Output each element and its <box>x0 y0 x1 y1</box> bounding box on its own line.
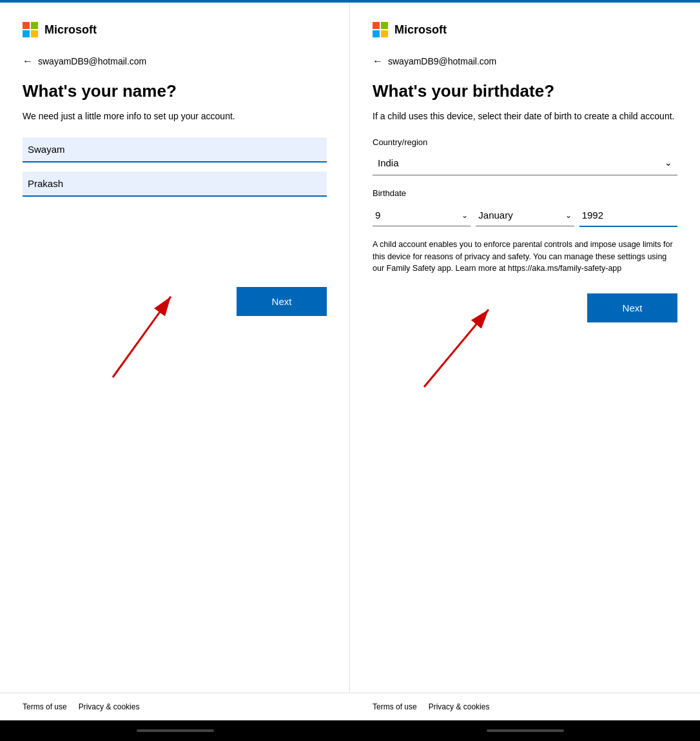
back-arrow-icon-right: ← <box>373 55 383 67</box>
ms-yellow-r <box>381 30 388 37</box>
ms-logo-left: Microsoft <box>23 22 327 37</box>
red-arrow-left <box>61 268 222 384</box>
terms-link-left[interactable]: Terms of use <box>23 702 67 711</box>
day-select[interactable]: 9 <box>373 204 471 226</box>
year-input-wrapper[interactable] <box>579 204 677 227</box>
ms-yellow <box>31 30 38 37</box>
ms-green <box>31 22 38 29</box>
ms-logo-text-left: Microsoft <box>44 23 97 37</box>
privacy-link-right[interactable]: Privacy & cookies <box>429 702 490 711</box>
svg-line-1 <box>113 297 171 377</box>
back-link-left[interactable]: ← swayamDB9@hotmail.com <box>23 55 327 67</box>
first-name-input[interactable] <box>23 137 327 163</box>
last-name-input[interactable] <box>23 172 327 197</box>
ms-grid-icon-right <box>373 22 388 37</box>
birthdate-title: What's your birthdate? <box>373 81 677 101</box>
name-subtitle: We need just a little more info to set u… <box>23 110 327 123</box>
next-button-left[interactable]: Next <box>237 287 327 316</box>
taskbar-indicator-left <box>137 729 214 732</box>
back-email-left: swayamDB9@hotmail.com <box>38 56 146 66</box>
day-dropdown[interactable]: 9 ⌄ <box>373 204 471 226</box>
red-arrow-right <box>385 297 514 393</box>
footer-left: Terms of use Privacy & cookies <box>0 693 350 720</box>
birthdate-panel: Microsoft ← swayamDB9@hotmail.com What's… <box>350 3 700 693</box>
ms-logo-right: Microsoft <box>373 22 677 37</box>
country-select[interactable]: India United States United Kingdom <box>373 151 677 175</box>
taskbar-indicator-right <box>487 729 564 732</box>
country-label: Country/region <box>373 137 677 147</box>
next-button-right[interactable]: Next <box>587 293 677 322</box>
name-panel: Microsoft ← swayamDB9@hotmail.com What's… <box>0 3 350 693</box>
taskbar-right <box>350 720 700 741</box>
birthdate-label: Birthdate <box>373 188 677 198</box>
svg-line-3 <box>424 310 489 387</box>
taskbar <box>0 720 700 741</box>
ms-logo-text-right: Microsoft <box>394 23 447 37</box>
back-arrow-icon-left: ← <box>23 55 33 67</box>
ms-red-r <box>373 22 380 29</box>
name-title: What's your name? <box>23 81 327 101</box>
ms-grid-icon-left <box>23 22 38 37</box>
ms-blue <box>23 30 30 37</box>
birthdate-subtitle: If a child uses this device, select thei… <box>373 110 677 123</box>
child-account-info: A child account enables you to enforce p… <box>373 239 677 275</box>
footer-right: Terms of use Privacy & cookies <box>350 693 700 720</box>
month-select[interactable]: January February March April May June Ju… <box>476 204 574 226</box>
year-input[interactable] <box>579 204 677 226</box>
birthdate-row: 9 ⌄ January February March April May Jun… <box>373 204 677 227</box>
arrow-area-left: Next <box>23 287 327 316</box>
back-email-right: swayamDB9@hotmail.com <box>388 56 496 66</box>
country-dropdown[interactable]: India United States United Kingdom ⌄ <box>373 151 677 175</box>
month-dropdown[interactable]: January February March April May June Ju… <box>476 204 574 226</box>
footer: Terms of use Privacy & cookies Terms of … <box>0 693 700 720</box>
back-link-right[interactable]: ← swayamDB9@hotmail.com <box>373 55 677 67</box>
taskbar-left <box>0 720 350 741</box>
terms-link-right[interactable]: Terms of use <box>373 702 417 711</box>
privacy-link-left[interactable]: Privacy & cookies <box>79 702 140 711</box>
ms-green-r <box>381 22 388 29</box>
ms-red <box>23 22 30 29</box>
arrow-area-right: Next <box>373 290 677 322</box>
ms-blue-r <box>373 30 380 37</box>
